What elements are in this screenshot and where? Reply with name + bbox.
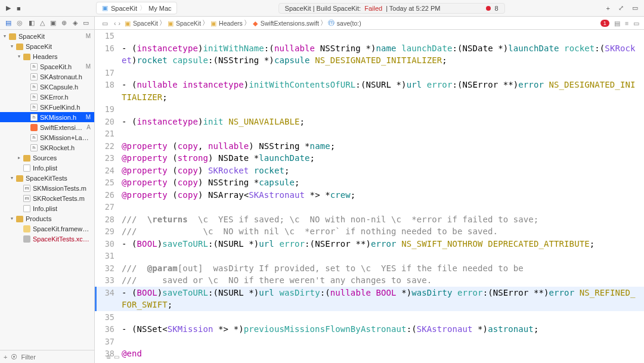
tree-row[interactable]: SKCapsule.h: [0, 82, 94, 92]
code-text: - (NSSet<SKMission *> *)previousMissions…: [122, 323, 644, 336]
code-line[interactable]: 35: [95, 311, 644, 324]
nav-tab-7[interactable]: ▭: [81, 18, 91, 28]
breadcrumb-item[interactable]: ▣Headers: [210, 20, 243, 27]
code-line[interactable]: 38@end: [95, 348, 644, 360]
gutter-number: 27: [95, 201, 122, 213]
tree-item-label: SpaceKit: [18, 33, 83, 40]
tree-row[interactable]: SpaceKit.framework: [0, 224, 94, 234]
tree-row[interactable]: ▾Headers: [0, 51, 94, 61]
filter-icon[interactable]: ⦿: [11, 353, 17, 361]
tree-row[interactable]: Info.plist: [0, 163, 94, 173]
gutter-number: 26: [95, 189, 122, 201]
code-line[interactable]: 37: [95, 336, 644, 348]
code-line[interactable]: 28/// \returns \c YES if saved; \c NO wi…: [95, 213, 644, 226]
breadcrumb-item[interactable]: ▣SpaceKit: [124, 20, 158, 27]
sym-icon: ⓜ: [328, 20, 335, 27]
tree-row[interactable]: ▾SpaceKitM: [0, 31, 94, 41]
add-filter-icon[interactable]: +: [4, 353, 7, 361]
disclosure-icon[interactable]: ▾: [10, 175, 14, 181]
stop-button[interactable]: ■: [17, 5, 21, 12]
h-icon: [30, 104, 38, 111]
code-editor[interactable]: 1516- (instancetype)initWithName:(nullab…: [95, 30, 644, 363]
run-button[interactable]: ▶: [6, 4, 11, 12]
code-line[interactable]: 29/// \c NO with nil \c *error` if nothi…: [95, 225, 644, 238]
tree-item-label: SpaceKitTests: [26, 175, 91, 182]
tree-item-label: Products: [26, 215, 91, 222]
scheme-selector[interactable]: ▣ SpaceKit 〉 My Mac: [96, 2, 177, 14]
code-line[interactable]: 33/// saved or \c NO if there weren't an…: [95, 274, 644, 287]
tree-row[interactable]: SwiftExtensions.swiftA: [0, 122, 94, 132]
code-line[interactable]: 34- (BOOL)saveToURL:(NSURL *)url wasDirt…: [95, 287, 644, 311]
code-line[interactable]: 17: [95, 67, 644, 79]
tree-row[interactable]: ▸Sources: [0, 153, 94, 163]
code-line[interactable]: 26@property (copy) NSArray<SKAstronaut *…: [95, 189, 644, 201]
code-line[interactable]: 16- (instancetype)initWithName:(nullable…: [95, 42, 644, 67]
nav-tab-2[interactable]: ◧: [27, 18, 36, 28]
breadcrumb-item[interactable]: ◆SwiftExtensions.swift: [252, 20, 319, 27]
nav-tab-1[interactable]: ◎: [15, 18, 24, 28]
tree-row[interactable]: ▾SpaceKit: [0, 41, 94, 51]
code-line[interactable]: 25@property (copy) NSString *capsule;: [95, 176, 644, 189]
tree-row[interactable]: SKFuelKind.h: [0, 102, 94, 112]
tree-row[interactable]: SpaceKit.hM: [0, 61, 94, 72]
code-line[interactable]: 22@property (copy, nullable) NSString *n…: [95, 140, 644, 153]
tree-row[interactable]: SKMission+Launch.h: [0, 132, 94, 142]
disclosure-icon[interactable]: ▸: [17, 155, 21, 160]
code-line[interactable]: 30- (BOOL)saveToURL:(NSURL *)url error:(…: [95, 238, 644, 250]
tree-item-label: SpaceKit.framework: [33, 225, 91, 232]
disclosure-icon[interactable]: ▾: [2, 33, 7, 39]
navigator-tree[interactable]: ▾SpaceKitM▾SpaceKit▾HeadersSpaceKit.hMSK…: [0, 30, 94, 350]
tree-row[interactable]: ▾Products: [0, 213, 94, 224]
code-line[interactable]: 27: [95, 201, 644, 213]
code-line[interactable]: 36- (NSSet<SKMission *> *)previousMissio…: [95, 323, 644, 336]
jump-bar[interactable]: ▭ ‹ › ▣SpaceKit〉▣SpaceKit〉▣Headers〉◆Swif…: [95, 17, 644, 30]
breadcrumb-item[interactable]: ▣SpaceKit: [167, 20, 201, 27]
status-suffix: | Today at 5:22 PM: [386, 5, 440, 12]
add-button[interactable]: +: [606, 5, 610, 12]
code-line[interactable]: 19: [95, 103, 644, 116]
code-line[interactable]: 23@property (strong) NSDate *launchDate;: [95, 152, 644, 165]
panel-right-icon[interactable]: ▭: [632, 4, 638, 12]
tree-row[interactable]: SKError.h: [0, 92, 94, 102]
code-line[interactable]: 18- (nullable instancetype)initWithConte…: [95, 79, 644, 103]
gutter-number: 38: [95, 348, 122, 360]
code-line[interactable]: 32/// @param[out] wasDirty If provided, …: [95, 262, 644, 275]
code-line[interactable]: 21: [95, 128, 644, 140]
code-text: - (BOOL)saveToURL:(NSURL *)url wasDirty:…: [122, 287, 644, 311]
disclosure-icon[interactable]: ▾: [10, 44, 14, 49]
nav-tab-6[interactable]: ◈: [71, 18, 79, 28]
tree-row[interactable]: SpaceKitTests.xctest: [0, 234, 94, 244]
code-text: @property (strong) NSDate *launchDate;: [122, 152, 644, 165]
related-items-icon[interactable]: ▭: [100, 20, 110, 27]
jumpbar-icon-1[interactable]: ▤: [614, 20, 620, 27]
code-line[interactable]: 24@property (copy) SKRocket rocket;: [95, 165, 644, 177]
filter-input[interactable]: [21, 353, 103, 361]
nav-tab-5[interactable]: ⊕: [60, 18, 69, 28]
nav-tab-0[interactable]: ▤: [4, 18, 13, 28]
disclosure-icon[interactable]: ▾: [10, 216, 14, 221]
tree-row[interactable]: SKMission.hM: [0, 112, 94, 122]
inline-error-count[interactable]: 1: [600, 20, 609, 27]
back-button[interactable]: ‹: [114, 20, 116, 27]
jumpbar-icon-2[interactable]: ≡: [625, 20, 628, 27]
expand-button[interactable]: ⤢: [618, 4, 624, 12]
nav-tab-3[interactable]: △: [38, 18, 47, 28]
code-line[interactable]: 31: [95, 250, 644, 262]
breadcrumb-item[interactable]: ⓜsave(to:): [328, 20, 361, 27]
tree-item-label: Sources: [33, 154, 91, 162]
build-status[interactable]: SpaceKit | Build SpaceKit: Failed | Toda…: [278, 3, 505, 14]
tree-row[interactable]: Info.plist: [0, 203, 94, 213]
forward-button[interactable]: ›: [119, 20, 121, 27]
nav-tab-4[interactable]: ▣: [48, 18, 58, 28]
gutter-number: 15: [95, 30, 122, 42]
tree-row[interactable]: SKAstronaut.h: [0, 72, 94, 82]
tree-item-label: SKMission.h: [40, 114, 83, 121]
tree-row[interactable]: SKRocket.h: [0, 142, 94, 153]
tree-row[interactable]: ▾SpaceKitTests: [0, 173, 94, 183]
code-line[interactable]: 20- (instancetype)init NS_UNAVAILABLE;: [95, 116, 644, 128]
tree-row[interactable]: SKMissionTests.m: [0, 183, 94, 193]
jumpbar-icon-3[interactable]: ▭: [633, 20, 639, 27]
tree-row[interactable]: SKRocketTests.m: [0, 193, 94, 203]
disclosure-icon[interactable]: ▾: [17, 54, 21, 59]
code-line[interactable]: 15: [95, 30, 644, 42]
